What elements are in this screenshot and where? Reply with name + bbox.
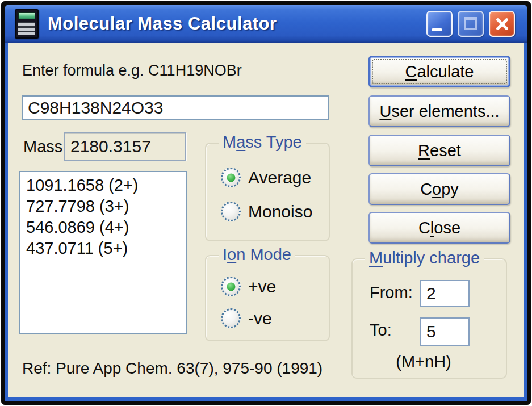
calculator-icon[interactable] [15,9,39,39]
reference-text: Ref: Pure App Chem. 63(7), 975-90 (1991) [22,359,322,378]
calculate-button[interactable]: Calculate [368,56,510,87]
multiply-charge-legend: Multiply charge [365,249,484,267]
window-molecular-mass-calculator: Molecular Mass Calculator Enter formula [5,5,527,401]
list-item[interactable]: 1091.1658 (2+) [26,175,181,196]
list-item[interactable]: 727.7798 (3+) [26,196,181,217]
list-item[interactable]: 437.0711 (5+) [26,238,181,259]
dialog-client-area: Enter formula e.g. C11H19NOBr Mass 2180.… [8,43,524,397]
titlebar[interactable]: Molecular Mass Calculator [5,5,527,43]
radio-positive-mode[interactable]: +ve [221,277,276,296]
ion-mode-legend: Ion Mode [219,245,295,264]
mnh-note: (M+nH) [378,353,469,371]
window-controls [426,11,515,37]
maximize-button[interactable] [458,11,484,37]
list-item[interactable]: 546.0869 (4+) [26,217,181,238]
close-window-button[interactable] [489,11,515,37]
formula-input[interactable] [22,95,329,120]
radio-icon-selected [221,277,241,296]
mass-type-legend: Mass Type [219,133,306,152]
radio-negative-mode[interactable]: -ve [221,308,272,328]
charge-to-input[interactable] [420,317,470,346]
formula-prompt-label: Enter formula e.g. C11H19NOBr [22,62,242,79]
radio-negative-label: -ve [248,309,272,328]
to-label: To: [370,321,392,340]
radio-monoiso[interactable]: Monoiso [221,202,312,221]
radio-average[interactable]: Average [221,168,311,187]
close-dialog-button[interactable]: Close [368,212,510,244]
from-label: From: [370,283,413,302]
mass-label: Mass [23,137,62,156]
radio-average-label: Average [248,168,311,187]
maximize-icon [464,17,477,30]
screenshot-canvas: Molecular Mass Calculator Enter formula [0,0,532,406]
radio-icon-selected [221,168,241,187]
ion-mode-groupbox: Ion Mode +ve -ve [205,255,330,341]
results-listbox[interactable]: 1091.1658 (2+) 727.7798 (3+) 546.0869 (4… [19,171,187,334]
radio-icon-unselected [221,202,241,221]
minimize-icon [432,28,442,31]
reset-button[interactable]: Reset [368,135,510,166]
calculator-icon-screen [18,12,35,19]
window-outer-border: Molecular Mass Calculator Enter formula [1,1,531,405]
charge-from-input[interactable] [420,280,470,307]
radio-icon-unselected [221,308,241,328]
multiply-charge-groupbox: Multiply charge From: To: (M+nH) [351,258,507,379]
mass-type-groupbox: Mass Type Average Monoiso [205,143,330,241]
radio-positive-label: +ve [248,277,276,296]
minimize-button[interactable] [426,11,453,37]
calculator-icon-keys [18,22,35,35]
window-title: Molecular Mass Calculator [48,14,426,34]
mass-value-display: 2180.3157 [64,132,186,161]
copy-button[interactable]: Copy [368,173,510,205]
user-elements-button[interactable]: User elements... [368,95,510,127]
radio-monoiso-label: Monoiso [248,202,312,221]
